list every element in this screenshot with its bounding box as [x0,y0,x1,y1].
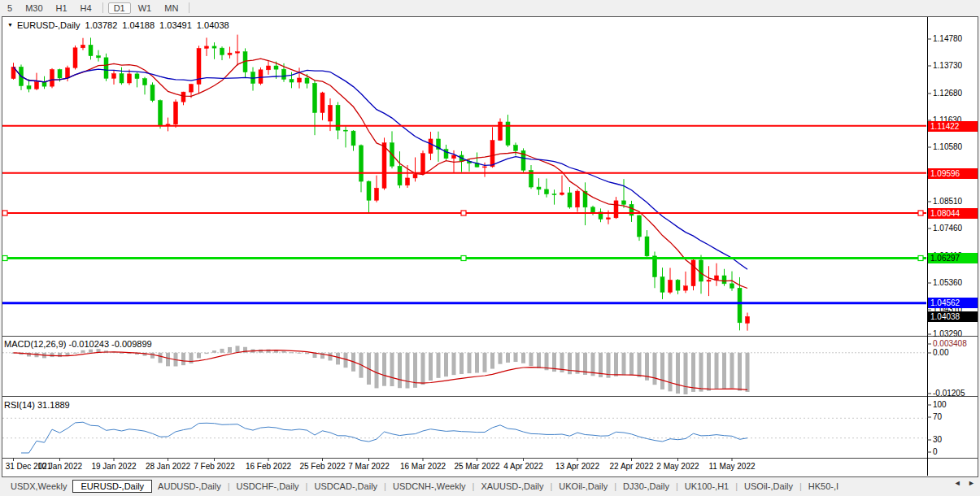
price-line-label[interactable]: 1.04562 [928,298,978,308]
price-tick-label: 1.14780 [933,34,978,44]
timeframe-button-5[interactable]: 5 [2,2,18,14]
macd-signal-value: -0.009899 [111,339,152,349]
timeframe-toolbar: 5M30H1H4D1W1MN [0,0,980,15]
chart-title: ▼EURUSD-,Daily1.037821.041881.034911.040… [7,20,229,30]
price-line-label[interactable]: 1.09596 [928,168,978,179]
macd-name: MACD(12,26,9) [4,339,66,349]
tab-dj30-daily[interactable]: DJ30-,Daily [617,480,675,493]
date-tick-label: 2 May 2022 [651,462,705,471]
timeframe-button-w1[interactable]: W1 [133,2,158,14]
tab-usdcad-daily[interactable]: USDCAD-,Daily [308,480,383,493]
date-tick-label: 7 Mar 2022 [342,462,396,471]
tabs-scroll-left-icon[interactable]: ◄ [952,477,964,489]
date-tick-label: 16 Mar 2022 [396,462,450,471]
ohlc-close: 1.04038 [197,20,229,30]
tab-usoil-daily[interactable]: USOil-,Daily [738,480,799,493]
price-tick-label: 1.03290 [933,329,978,339]
tab-ukoil-daily[interactable]: UKOil-,Daily [553,480,613,493]
chart-window [2,16,978,477]
chart-symbol-label: EURUSD-,Daily [17,20,81,30]
date-tick-label: 10 Jan 2022 [33,462,87,471]
tab-scroll-arrows: ◄ ► [952,479,978,487]
tab-usdchf-daily[interactable]: USDCHF-,Daily [231,480,305,493]
macd-main-value: -0.010243 [68,339,109,349]
price-tick-label: 1.13730 [933,61,978,71]
toolbar-separator [189,2,189,13]
tab-xauusd-daily[interactable]: XAUUSD-,Daily [475,480,549,493]
timeframe-button-h1[interactable]: H1 [50,2,73,14]
date-tick-label: 19 Jan 2022 [87,462,141,471]
price-tick-label: 1.10580 [933,142,978,152]
tab-audusd-daily[interactable]: AUDUSD-,Daily [152,480,227,493]
tabs-scroll-right-icon[interactable]: ► [965,477,978,489]
macd-tick-label: 0.00 [933,348,978,358]
timeframe-button-mn[interactable]: MN [159,2,184,14]
price-line-label[interactable]: 1.04038 [928,311,978,322]
price-tick-label: 1.05360 [933,278,978,288]
tab-uk100-h1[interactable]: UK100-,H1 [679,480,734,493]
ohlc-open: 1.03782 [85,20,118,30]
rsi-value: 31.1889 [37,400,70,410]
tab-hk50-i[interactable]: HK50-,I [803,480,844,493]
macd-tick-label: -0.01205 [933,389,978,398]
price-tick-label: 1.07460 [933,224,978,233]
date-tick-label: 7 Feb 2022 [188,462,242,471]
price-tick-label: 1.12680 [933,89,978,98]
tab-usdcnh-weekly[interactable]: USDCNH-,Weekly [387,480,472,493]
price-tick-label: 1.08510 [933,197,978,207]
price-line-label[interactable]: 1.08044 [928,208,978,219]
rsi-label: RSI(14) 31.1889 [4,400,70,410]
timeframe-button-h4[interactable]: H4 [75,2,98,14]
toolbar-separator [102,2,103,13]
rsi-tick-label: 0 [933,447,978,457]
ohlc-high: 1.04188 [122,20,155,30]
date-tick-label: 11 May 2022 [705,462,759,471]
rsi-tick-label: 100 [933,400,978,410]
chart-tabs-bar: USDX,WeeklyEURUSD-,DailyAUDUSD-,Daily|US… [0,478,980,494]
timeframe-button-d1[interactable]: D1 [108,2,131,14]
date-tick-label: 16 Feb 2022 [242,462,295,471]
date-tick-label: 4 Apr 2022 [497,462,551,471]
macd-label: MACD(12,26,9) -0.010243 -0.009899 [4,339,152,349]
price-line-label[interactable]: 1.11422 [928,121,978,132]
ohlc-low: 1.03491 [159,20,192,30]
price-line-label[interactable]: 1.06297 [928,253,978,263]
date-tick-label: 13 Apr 2022 [551,462,604,471]
tab-eurusd-daily[interactable]: EURUSD-,Daily [72,480,152,493]
timeframe-button-m30[interactable]: M30 [20,2,48,14]
tab-usdx-weekly[interactable]: USDX,Weekly [5,480,72,493]
rsi-tick-label: 70 [933,412,978,422]
rsi-name: RSI(14) [4,400,35,410]
dropdown-triangle-icon[interactable]: ▼ [7,22,13,28]
rsi-tick-label: 30 [933,435,978,445]
